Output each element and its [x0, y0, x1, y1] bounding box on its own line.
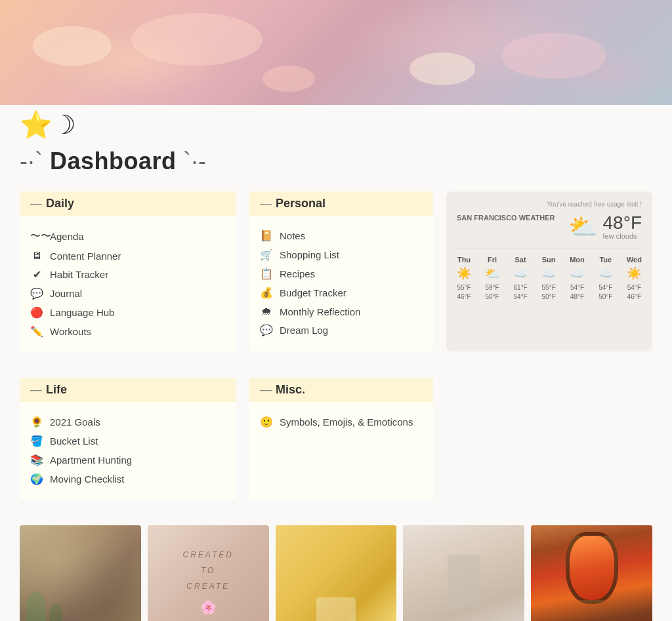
- weather-usage-note: You've reached free usage limit !: [457, 201, 642, 208]
- list-item[interactable]: 🔴 Language Hub: [30, 303, 226, 322]
- list-item[interactable]: ✏️ Workouts: [30, 322, 226, 341]
- weather-forecast: Thu ☀️ 55°F46°F Fri ⛅ 59°F50°F Sat ☁️ 61…: [457, 249, 642, 302]
- speech-bubble-icon: 💬: [260, 324, 273, 336]
- list-item[interactable]: 📋 Recipes: [260, 264, 423, 283]
- smiley-icon: 🙂: [260, 416, 273, 428]
- weather-widget: You've reached free usage limit ! SAN FR…: [446, 191, 652, 351]
- misc-section-header: —Misc.: [249, 378, 433, 402]
- list-item[interactable]: 〜〜 Agenda: [30, 226, 226, 247]
- list-item[interactable]: 📔 Notes: [260, 226, 423, 245]
- weather-description: few clouds: [603, 232, 642, 240]
- cart-icon: 🛒: [260, 249, 273, 261]
- photo-4: [403, 525, 524, 621]
- forecast-wed: Wed ☀️ 54°F46°F: [627, 256, 642, 302]
- forecast-thu: Thu ☀️ 55°F46°F: [457, 256, 471, 302]
- photo-gallery: CREATED TO CREATE 🌸: [0, 525, 672, 621]
- personal-section: —Personal 📔 Notes 🛒 Shopping List 📋 Reci…: [249, 191, 433, 351]
- list-item[interactable]: 💬 Journal: [30, 284, 226, 303]
- weather-temp: 48°F: [603, 214, 642, 232]
- daily-section-items: 〜〜 Agenda 🖥 Content Planner ✔ Habit Trac…: [20, 224, 236, 351]
- money-icon: 💰: [260, 287, 273, 299]
- misc-section: —Misc. 🙂 Symbols, Emojis, & Emoticons: [249, 378, 433, 499]
- list-item[interactable]: ✔ Habit Tracker: [30, 265, 226, 284]
- forecast-tue: Tue ☁️ 54°F50°F: [598, 256, 613, 302]
- list-item[interactable]: 🙂 Symbols, Emojis, & Emoticons: [260, 412, 423, 431]
- star-moon-icon: ⭐☽: [20, 111, 76, 138]
- list-item[interactable]: 🌧 Monthly Reflection: [260, 302, 423, 321]
- weather-main: ⛅ 48°F few clouds: [568, 213, 642, 241]
- forecast-sun: Sun ☁️ 55°F50°F: [541, 256, 556, 302]
- bucket-icon: 🪣: [30, 435, 43, 447]
- forecast-tue-icon: ☁️: [598, 266, 613, 281]
- list-item[interactable]: 🪣 Bucket List: [30, 431, 226, 451]
- photo-2: CREATED TO CREATE 🌸: [148, 525, 269, 621]
- list-item[interactable]: 🖥 Content Planner: [30, 247, 226, 265]
- building-icon: 📚: [30, 454, 43, 466]
- weather-top: SAN FRANCISCO WEATHER ⛅ 48°F few clouds: [457, 213, 642, 241]
- header-banner: [0, 0, 672, 105]
- list-item[interactable]: 🛒 Shopping List: [260, 245, 423, 264]
- globe-icon: 🌍: [30, 473, 43, 485]
- forecast-fri: Fri ⛅ 59°F50°F: [485, 256, 499, 302]
- cloud-rain-icon: 🌧: [260, 306, 273, 317]
- daily-section: —Daily 〜〜 Agenda 🖥 Content Planner ✔ Hab…: [20, 191, 236, 351]
- forecast-mon: Mon ☁️ 54°F48°F: [570, 256, 585, 302]
- bottom-grid: —Life 🌻 2021 Goals 🪣 Bucket List 📚 Apart…: [0, 378, 672, 499]
- daily-section-header: —Daily: [20, 191, 236, 216]
- life-section-header: —Life: [20, 378, 236, 402]
- weather-location: SAN FRANCISCO WEATHER: [457, 213, 555, 223]
- weather-current-icon: ⛅: [568, 213, 598, 241]
- forecast-mon-icon: ☁️: [570, 266, 585, 281]
- chat-icon: 💬: [30, 287, 43, 300]
- life-section-items: 🌻 2021 Goals 🪣 Bucket List 📚 Apartment H…: [20, 410, 236, 499]
- page-title: -·` Dashboard `·-: [20, 148, 652, 175]
- list-item[interactable]: 💬 Dream Log: [260, 321, 423, 340]
- life-section: —Life 🌻 2021 Goals 🪣 Bucket List 📚 Apart…: [20, 378, 236, 499]
- photo-1: [20, 525, 141, 621]
- list-item[interactable]: 🌍 Moving Checklist: [30, 470, 226, 489]
- list-item[interactable]: 💰 Budget Tracker: [260, 283, 423, 302]
- red-dot-icon: 🔴: [30, 306, 43, 319]
- recipe-icon: 📋: [260, 268, 273, 280]
- empty-col: [446, 378, 652, 499]
- monitor-icon: 🖥: [30, 250, 43, 262]
- main-content: —Daily 〜〜 Agenda 🖥 Content Planner ✔ Hab…: [0, 191, 672, 351]
- notes-icon: 📔: [260, 230, 273, 242]
- sunflower-icon: 🌻: [30, 416, 43, 428]
- forecast-wed-icon: ☀️: [627, 266, 642, 281]
- pencil-icon: ✏️: [30, 325, 43, 338]
- forecast-thu-icon: ☀️: [457, 266, 471, 281]
- personal-section-items: 📔 Notes 🛒 Shopping List 📋 Recipes 💰 Budg…: [249, 224, 433, 350]
- check-icon: ✔: [30, 268, 43, 281]
- list-item[interactable]: 🌻 2021 Goals: [30, 412, 226, 431]
- logo-area: ⭐☽: [0, 105, 672, 138]
- forecast-sun-icon: ☁️: [541, 266, 556, 281]
- page-title-area: -·` Dashboard `·-: [0, 138, 672, 191]
- list-item[interactable]: 📚 Apartment Hunting: [30, 451, 226, 470]
- photo-5: [531, 525, 652, 621]
- photo-3: [276, 525, 397, 621]
- forecast-sat-icon: ☁️: [513, 266, 528, 281]
- wave-icon: 〜〜: [30, 230, 43, 243]
- misc-section-items: 🙂 Symbols, Emojis, & Emoticons: [249, 410, 433, 442]
- forecast-sat: Sat ☁️ 61°F54°F: [513, 256, 528, 302]
- personal-section-header: —Personal: [249, 191, 433, 216]
- forecast-fri-icon: ⛅: [485, 266, 499, 281]
